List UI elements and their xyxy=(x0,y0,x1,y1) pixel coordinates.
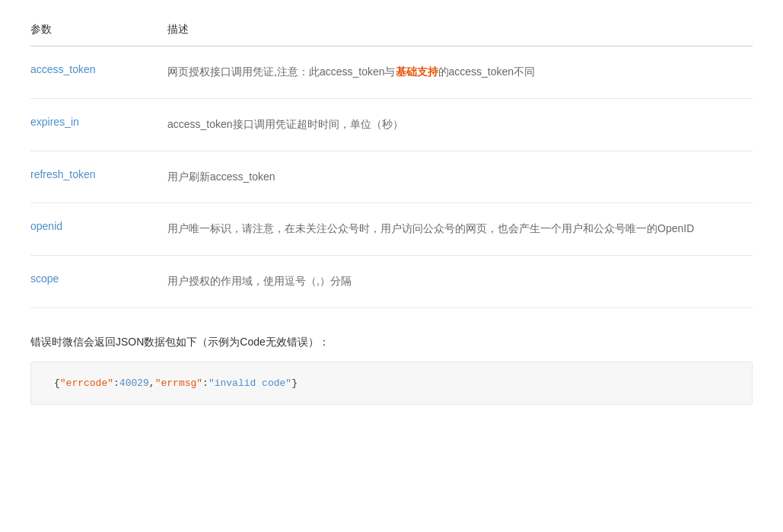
code-errmsg-value: "invalid code" xyxy=(208,377,291,389)
table-row: expires_inaccess_token接口调用凭证超时时间，单位（秒） xyxy=(30,98,753,151)
desc-column-header: 描述 xyxy=(167,15,753,46)
param-desc: access_token接口调用凭证超时时间，单位（秒） xyxy=(167,98,753,151)
code-colon2: : xyxy=(202,377,208,389)
table-row: refresh_token用户刷新access_token xyxy=(30,151,753,203)
table-row: scope用户授权的作用域，使用逗号（,）分隔 xyxy=(30,256,753,308)
param-name: scope xyxy=(30,256,167,308)
error-section: 错误时微信会返回JSON数据包如下（示例为Code无效错误）： {"errcod… xyxy=(30,336,753,405)
code-errmsg-key: "errmsg" xyxy=(155,377,202,389)
param-column-header: 参数 xyxy=(30,15,167,46)
param-desc: 网页授权接口调用凭证,注意：此access_token与基础支持的access_… xyxy=(167,46,753,99)
code-open-brace: { xyxy=(54,377,60,389)
param-name: refresh_token xyxy=(30,151,167,203)
param-desc: 用户唯一标识，请注意，在未关注公众号时，用户访问公众号的网页，也会产生一个用户和… xyxy=(167,203,753,256)
code-colon1: : xyxy=(113,377,119,389)
param-desc: 用户授权的作用域，使用逗号（,）分隔 xyxy=(167,256,753,308)
param-desc: 用户刷新access_token xyxy=(167,151,753,203)
code-comma: , xyxy=(149,377,155,389)
code-errcode-key: "errcode" xyxy=(60,377,113,389)
param-name: access_token xyxy=(30,46,167,99)
param-name: openid xyxy=(30,203,167,256)
code-errcode-value: 40029 xyxy=(119,377,149,389)
param-name: expires_in xyxy=(30,98,167,151)
code-block: {"errcode":40029,"errmsg":"invalid code"… xyxy=(30,362,753,405)
highlight-text: 基础支持 xyxy=(396,65,438,78)
error-section-title: 错误时微信会返回JSON数据包如下（示例为Code无效错误）： xyxy=(30,336,753,349)
table-row: openid用户唯一标识，请注意，在未关注公众号时，用户访问公众号的网页，也会产… xyxy=(30,203,753,256)
table-header: 参数 描述 xyxy=(30,15,753,46)
code-close-brace: } xyxy=(291,377,298,389)
table-row: access_token网页授权接口调用凭证,注意：此access_token与… xyxy=(30,46,753,99)
